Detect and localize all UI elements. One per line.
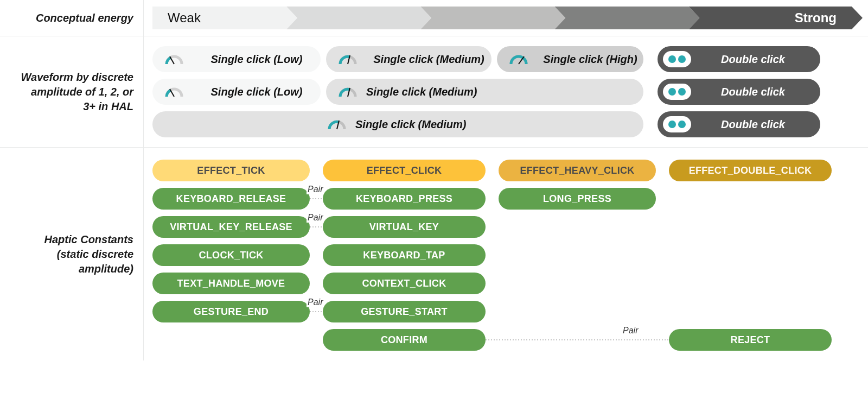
blank-cell [669,273,832,294]
waveform-pill-med-full: Single click (Medium) [152,111,643,137]
arrow-segment-2 [286,7,431,29]
effect-tick-chip: EFFECT_TICK [152,160,310,181]
row-label-constants: Haptic Constants (static discrete amplit… [0,148,144,360]
blank-cell [669,216,832,238]
haptic-constant-chip: GESTURE_END [152,301,310,322]
blank-cell [499,273,656,294]
blank-cell [152,329,310,351]
blank-cell [499,216,656,238]
gauge-low-icon [163,84,185,100]
double-dot-icon [663,51,691,67]
arrow-segment-3 [420,7,565,29]
constants-grid: EFFECT_TICK EFFECT_CLICK EFFECT_HEAVY_CL… [144,148,868,360]
haptic-constant-chip: VIRTUAL_KEY [323,216,486,238]
row-label-energy: Conceptual energy [0,0,144,36]
gauge-med-icon [337,51,359,67]
haptic-constant-chip: TEXT_HANDLE_MOVE [152,273,310,294]
gauge-high-icon [508,51,529,67]
pair-label: Pair [307,298,324,307]
haptic-constant-chip: REJECT [669,329,832,351]
pair-connector [310,198,323,200]
haptic-constant-chip: GESTURE_START [323,301,486,322]
waveform-pill-high: Single click (High) [497,46,643,72]
waveform-grid: Single click (Low) Single click (Medium)… [144,36,868,148]
row-label-text: Conceptual energy [36,11,133,26]
waveform-pill-med: Single click (Medium) [326,46,492,72]
double-dot-icon [663,84,691,100]
gauge-low-icon [163,51,185,67]
haptic-constant-chip: KEYBOARD_RELEASE [152,188,310,210]
gauge-med-icon [326,116,348,132]
double-dot-icon [663,116,691,132]
haptic-constant-chip: LONG_PRESS [499,188,656,210]
blank-cell [669,301,832,322]
haptic-constant-chip: CONTEXT_CLICK [323,273,486,294]
waveform-pill-double: Double click [658,79,820,105]
pair-connector [486,339,669,341]
arrow-segment-4 [554,7,699,29]
haptic-constant-chip: KEYBOARD_TAP [323,244,486,266]
haptic-constant-chip: CLOCK_TICK [152,244,310,266]
waveform-pill-double: Double click [658,111,820,137]
haptic-constant-chip: CONFIRM [323,329,486,351]
pair-label: Pair [307,185,324,194]
waveform-pill-low: Single click (Low) [152,46,321,72]
waveform-pill-med-wide: Single click (Medium) [326,79,643,105]
blank-cell [669,188,832,210]
blank-cell [499,244,656,266]
waveform-pill-double: Double click [658,46,820,72]
row-label-text: Waveform by discrete amplitude of 1, 2, … [16,70,133,114]
haptic-constant-chip: KEYBOARD_PRESS [323,188,486,210]
conceptual-energy-axis: Weak Strong [144,0,868,36]
blank-cell [669,244,832,266]
effect-click-chip: EFFECT_CLICK [323,160,486,181]
waveform-pill-low: Single click (Low) [152,79,321,105]
haptic-constant-chip: VIRTUAL_KEY_RELEASE [152,216,310,238]
pair-connector [310,226,323,228]
pair-label: Pair [307,213,324,223]
effect-heavy-chip: EFFECT_HEAVY_CLICK [499,160,656,181]
gauge-med-icon [337,84,359,100]
axis-right-label: Strong [795,10,837,26]
effect-double-click-chip: EFFECT_DOUBLE_CLICK [669,160,832,181]
axis-left-label: Weak [168,10,201,26]
row-label-text: Haptic Constants (static discrete amplit… [16,232,133,276]
row-label-waveform: Waveform by discrete amplitude of 1, 2, … [0,36,144,148]
pair-connector [310,311,323,313]
blank-cell [499,301,656,322]
pair-label: Pair [622,326,639,336]
